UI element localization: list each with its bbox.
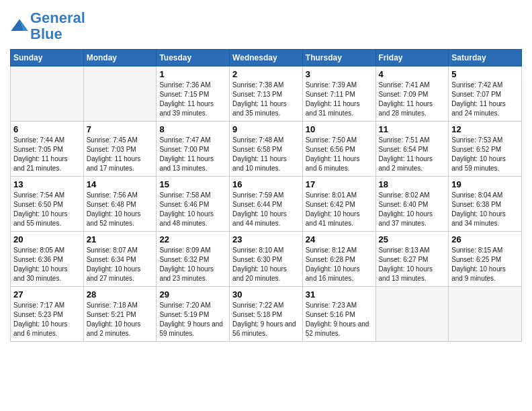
day-info: Sunrise: 8:02 AM Sunset: 6:40 PM Dayligh… [379,191,446,228]
calendar-cell: 22Sunrise: 8:09 AM Sunset: 6:32 PM Dayli… [157,232,230,287]
day-number: 27 [13,289,81,300]
day-info: Sunrise: 7:23 AM Sunset: 5:16 PM Dayligh… [306,301,373,338]
calendar-cell: 13Sunrise: 7:54 AM Sunset: 6:50 PM Dayli… [11,177,84,232]
calendar-cell: 16Sunrise: 7:59 AM Sunset: 6:44 PM Dayli… [230,177,303,232]
day-info: Sunrise: 8:07 AM Sunset: 6:34 PM Dayligh… [87,246,154,283]
day-info: Sunrise: 7:56 AM Sunset: 6:48 PM Dayligh… [87,191,154,228]
calendar-cell: 31Sunrise: 7:23 AM Sunset: 5:16 PM Dayli… [302,287,375,342]
calendar-cell: 11Sunrise: 7:51 AM Sunset: 6:54 PM Dayli… [375,122,449,177]
calendar-cell: 26Sunrise: 8:15 AM Sunset: 6:25 PM Dayli… [449,232,522,287]
weekday-header-wednesday: Wednesday [230,50,303,66]
weekday-header-monday: Monday [83,50,157,66]
day-info: Sunrise: 7:51 AM Sunset: 6:54 PM Dayligh… [379,136,446,173]
calendar-table: SundayMondayTuesdayWednesdayThursdayFrid… [10,49,522,342]
calendar-cell: 20Sunrise: 8:05 AM Sunset: 6:36 PM Dayli… [11,232,84,287]
day-info: Sunrise: 8:12 AM Sunset: 6:28 PM Dayligh… [306,246,373,283]
logo-icon [10,17,29,36]
day-number: 9 [232,124,300,134]
calendar-cell: 25Sunrise: 8:13 AM Sunset: 6:27 PM Dayli… [375,232,449,287]
day-info: Sunrise: 8:10 AM Sunset: 6:30 PM Dayligh… [232,246,300,283]
day-number: 21 [87,234,154,244]
day-number: 10 [306,124,373,134]
day-number: 20 [13,234,81,244]
calendar-cell: 29Sunrise: 7:20 AM Sunset: 5:19 PM Dayli… [157,287,230,342]
calendar-week-1: 6Sunrise: 7:44 AM Sunset: 7:05 PM Daylig… [11,122,522,177]
calendar-cell: 30Sunrise: 7:22 AM Sunset: 5:18 PM Dayli… [230,287,303,342]
calendar-cell: 15Sunrise: 7:58 AM Sunset: 6:46 PM Dayli… [157,177,230,232]
calendar-cell: 1Sunrise: 7:36 AM Sunset: 7:15 PM Daylig… [157,66,230,122]
day-number: 1 [159,69,226,79]
weekday-header-row: SundayMondayTuesdayWednesdayThursdayFrid… [11,50,522,66]
calendar-cell: 8Sunrise: 7:47 AM Sunset: 7:00 PM Daylig… [157,122,230,177]
calendar-cell: 23Sunrise: 8:10 AM Sunset: 6:30 PM Dayli… [230,232,303,287]
calendar-cell: 21Sunrise: 8:07 AM Sunset: 6:34 PM Dayli… [83,232,157,287]
day-info: Sunrise: 7:42 AM Sunset: 7:07 PM Dayligh… [451,81,519,118]
day-info: Sunrise: 7:41 AM Sunset: 7:09 PM Dayligh… [379,81,446,118]
calendar-cell [449,287,522,342]
calendar-cell: 14Sunrise: 7:56 AM Sunset: 6:48 PM Dayli… [83,177,157,232]
day-number: 2 [232,69,300,79]
day-info: Sunrise: 7:44 AM Sunset: 7:05 PM Dayligh… [13,136,81,173]
calendar-cell [375,287,449,342]
day-number: 30 [232,289,300,300]
day-number: 15 [159,179,226,189]
header: General Blue [10,10,522,42]
day-info: Sunrise: 7:53 AM Sunset: 6:52 PM Dayligh… [451,136,519,173]
calendar-cell: 12Sunrise: 7:53 AM Sunset: 6:52 PM Dayli… [449,122,522,177]
day-number: 31 [306,289,373,300]
calendar-cell: 4Sunrise: 7:41 AM Sunset: 7:09 PM Daylig… [375,66,449,122]
day-number: 8 [159,124,226,134]
day-number: 17 [306,179,373,189]
calendar-cell: 6Sunrise: 7:44 AM Sunset: 7:05 PM Daylig… [11,122,84,177]
day-info: Sunrise: 7:58 AM Sunset: 6:46 PM Dayligh… [159,191,226,228]
day-info: Sunrise: 8:13 AM Sunset: 6:27 PM Dayligh… [379,246,446,283]
day-number: 4 [379,69,446,79]
day-info: Sunrise: 7:47 AM Sunset: 7:00 PM Dayligh… [159,136,226,173]
calendar-cell: 17Sunrise: 8:01 AM Sunset: 6:42 PM Dayli… [302,177,375,232]
day-number: 22 [159,234,226,244]
day-info: Sunrise: 8:01 AM Sunset: 6:42 PM Dayligh… [306,191,373,228]
logo: General Blue [10,10,85,42]
calendar-cell: 27Sunrise: 7:17 AM Sunset: 5:23 PM Dayli… [11,287,84,342]
day-number: 29 [159,289,226,300]
calendar-cell: 19Sunrise: 8:04 AM Sunset: 6:38 PM Dayli… [449,177,522,232]
weekday-header-saturday: Saturday [449,50,522,66]
day-number: 26 [451,234,519,244]
day-number: 16 [232,179,300,189]
weekday-header-thursday: Thursday [302,50,375,66]
day-info: Sunrise: 8:04 AM Sunset: 6:38 PM Dayligh… [451,191,519,228]
weekday-header-tuesday: Tuesday [157,50,230,66]
day-info: Sunrise: 7:54 AM Sunset: 6:50 PM Dayligh… [13,191,81,228]
day-info: Sunrise: 8:05 AM Sunset: 6:36 PM Dayligh… [13,246,81,283]
day-info: Sunrise: 7:50 AM Sunset: 6:56 PM Dayligh… [306,136,373,173]
day-info: Sunrise: 7:48 AM Sunset: 6:58 PM Dayligh… [232,136,300,173]
day-number: 6 [13,124,81,134]
calendar-cell: 18Sunrise: 8:02 AM Sunset: 6:40 PM Dayli… [375,177,449,232]
day-info: Sunrise: 7:22 AM Sunset: 5:18 PM Dayligh… [232,301,300,338]
calendar-cell: 5Sunrise: 7:42 AM Sunset: 7:07 PM Daylig… [449,66,522,122]
day-number: 24 [306,234,373,244]
calendar-cell [83,66,157,122]
day-info: Sunrise: 7:20 AM Sunset: 5:19 PM Dayligh… [159,301,226,338]
calendar-cell: 7Sunrise: 7:45 AM Sunset: 7:03 PM Daylig… [83,122,157,177]
calendar-week-3: 20Sunrise: 8:05 AM Sunset: 6:36 PM Dayli… [11,232,522,287]
weekday-header-sunday: Sunday [11,50,84,66]
day-number: 19 [451,179,519,189]
page-container: General Blue SundayMondayTuesdayWednesda… [0,0,532,349]
day-info: Sunrise: 7:45 AM Sunset: 7:03 PM Dayligh… [87,136,154,173]
day-info: Sunrise: 8:09 AM Sunset: 6:32 PM Dayligh… [159,246,226,283]
day-info: Sunrise: 7:38 AM Sunset: 7:13 PM Dayligh… [232,81,300,118]
calendar-cell: 10Sunrise: 7:50 AM Sunset: 6:56 PM Dayli… [302,122,375,177]
weekday-header-friday: Friday [375,50,449,66]
day-info: Sunrise: 7:39 AM Sunset: 7:11 PM Dayligh… [306,81,373,118]
calendar-cell: 28Sunrise: 7:18 AM Sunset: 5:21 PM Dayli… [83,287,157,342]
day-number: 23 [232,234,300,244]
calendar-cell [11,66,84,122]
calendar-cell: 3Sunrise: 7:39 AM Sunset: 7:11 PM Daylig… [302,66,375,122]
day-number: 12 [451,124,519,134]
day-number: 13 [13,179,81,189]
day-info: Sunrise: 7:59 AM Sunset: 6:44 PM Dayligh… [232,191,300,228]
calendar-week-4: 27Sunrise: 7:17 AM Sunset: 5:23 PM Dayli… [11,287,522,342]
day-info: Sunrise: 8:15 AM Sunset: 6:25 PM Dayligh… [451,246,519,283]
logo-text: General Blue [30,10,85,42]
